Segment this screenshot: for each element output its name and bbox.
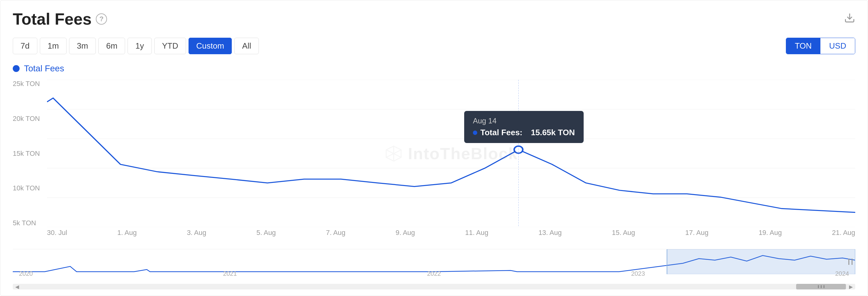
x-label-0: 30. Jul [47,229,67,237]
y-label-5k: 5k TON [13,219,36,227]
thumb-grip-1 [818,285,819,288]
filter-1y[interactable]: 1y [128,38,152,54]
main-chart-svg [47,80,855,227]
filter-7d[interactable]: 7d [13,38,37,54]
controls-row: 7d 1m 3m 6m 1y YTD Custom All TON USD [13,38,855,54]
x-label-3: 5. Aug [256,229,276,237]
info-icon[interactable]: ? [96,14,107,25]
x-label-1: 1. Aug [117,229,136,237]
y-label-20k: 20k TON [13,115,40,123]
filter-ytd[interactable]: YTD [154,38,186,54]
filter-1m[interactable]: 1m [40,38,67,54]
mini-x-2021: 2021 [223,270,237,277]
thumb-grip-2 [821,285,822,288]
currency-usd[interactable]: USD [820,38,855,54]
x-label-2: 3. Aug [187,229,206,237]
currency-ton[interactable]: TON [786,38,820,54]
chart-area: 25k TON 20k TON 15k TON 10k TON 5k TON I… [13,80,855,290]
download-button[interactable] [844,12,855,26]
scrollbar-track: ◀ ▶ [13,284,855,290]
chart-container: Total Fees ? 7d 1m 3m 6m 1y YTD Custom A… [0,0,868,296]
time-filters: 7d 1m 3m 6m 1y YTD Custom All [13,38,259,54]
currency-toggle: TON USD [786,38,855,54]
y-label-10k: 10k TON [13,184,40,192]
mini-x-2023: 2023 [631,270,645,277]
scrollbar-thumb[interactable] [796,284,846,290]
header-row: Total Fees ? [13,10,855,28]
mini-x-2020: 2020 [19,270,33,277]
mini-x-labels: 2020 2021 2022 2023 2024 [13,270,855,277]
legend-row: Total Fees [13,63,855,74]
chart-title: Total Fees [13,10,91,28]
main-chart: 25k TON 20k TON 15k TON 10k TON 5k TON I… [13,80,855,246]
mini-x-2022: 2022 [427,270,441,277]
x-label-9: 17. Aug [685,229,709,237]
x-label-8: 15. Aug [612,229,635,237]
x-label-6: 11. Aug [465,229,489,237]
y-label-15k: 15k TON [13,150,40,158]
filter-all[interactable]: All [234,38,259,54]
filter-3m[interactable]: 3m [69,38,96,54]
x-label-5: 9. Aug [396,229,415,237]
y-axis: 25k TON 20k TON 15k TON 10k TON 5k TON [13,80,47,227]
y-label-25k: 25k TON [13,80,40,88]
x-label-10: 19. Aug [758,229,782,237]
x-label-4: 7. Aug [326,229,345,237]
scroll-right-arrow[interactable]: ▶ [846,284,855,290]
legend-dot [13,65,20,72]
x-axis: 30. Jul 1. Aug 3. Aug 5. Aug 7. Aug 9. A… [47,229,855,246]
x-label-11: 21. Aug [832,229,855,237]
scroll-left-arrow[interactable]: ◀ [13,284,22,290]
chart-inner: IntoTheBlock [47,80,855,227]
mini-x-2024: 2024 [835,270,849,277]
x-label-7: 13. Aug [538,229,562,237]
legend-label: Total Fees [24,63,64,74]
title-group: Total Fees ? [13,10,107,28]
mini-chart-area: 2020 2021 2022 2023 2024 ◀ ▶ [13,249,855,290]
filter-6m[interactable]: 6m [98,38,125,54]
thumb-grip-3 [824,285,825,288]
filter-custom[interactable]: Custom [189,38,232,54]
